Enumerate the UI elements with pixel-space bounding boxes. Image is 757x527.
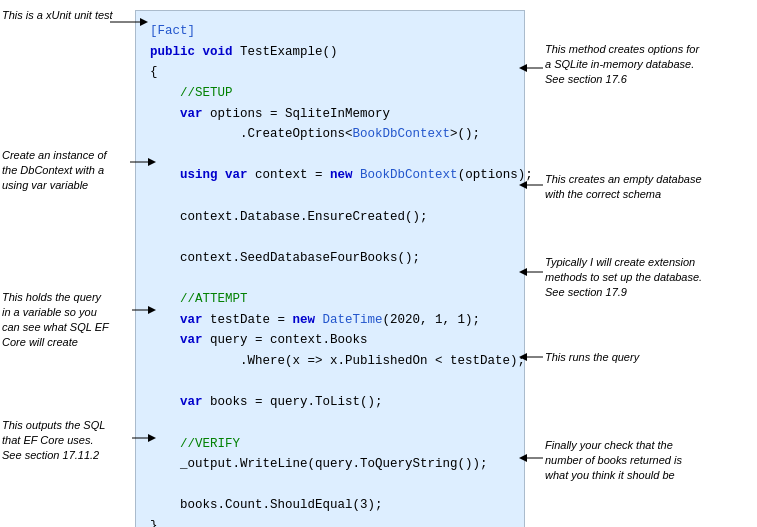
code-block: [Fact] public void TestExample() { //SET… [135, 10, 525, 527]
code-line-23 [150, 475, 510, 496]
annotation-dbcontext: Create an instance ofthe DbContext with … [2, 148, 130, 193]
code-line-10: context.Database.EnsureCreated(); [150, 207, 510, 228]
code-line-25: } [150, 516, 510, 527]
code-line-20 [150, 413, 510, 434]
code-line-19: var books = query.ToList(); [150, 392, 510, 413]
annotation-empty-db: This creates an empty databasewith the c… [545, 172, 750, 202]
code-line-6: .CreateOptions<BookDbContext>(); [150, 124, 510, 145]
code-line-14: //ATTEMPT [150, 289, 510, 310]
code-line-4: //SETUP [150, 83, 510, 104]
code-line-17: .Where(x => x.PublishedOn < testDate); [150, 351, 510, 372]
code-line-13 [150, 269, 510, 290]
code-line-22: _output.WriteLine(query.ToQueryString())… [150, 454, 510, 475]
code-line-12: context.SeedDatabaseFourBooks(); [150, 248, 510, 269]
page-container: [Fact] public void TestExample() { //SET… [0, 0, 757, 527]
code-line-9 [150, 186, 510, 207]
code-line-16: var query = context.Books [150, 330, 510, 351]
annotation-runs-query: This runs the query [545, 350, 705, 365]
code-line-21: //VERIFY [150, 434, 510, 455]
code-line-7 [150, 145, 510, 166]
annotation-check: Finally your check that thenumber of boo… [545, 438, 750, 483]
code-line-11 [150, 227, 510, 248]
code-line-5: var options = SqliteInMemory [150, 104, 510, 125]
annotation-query: This holds the queryin a variable so you… [2, 290, 132, 349]
code-line-3: { [150, 62, 510, 83]
annotation-extension: Typically I will create extensionmethods… [545, 255, 750, 300]
annotation-options: This method creates options fora SQLite … [545, 42, 750, 87]
annotation-xunit: This is a xUnit unit test [2, 8, 122, 23]
code-line-15: var testDate = new DateTime(2020, 1, 1); [150, 310, 510, 331]
annotation-sql: This outputs the SQLthat EF Core uses.Se… [2, 418, 132, 463]
code-line-18 [150, 372, 510, 393]
code-line-24: books.Count.ShouldEqual(3); [150, 495, 510, 516]
code-line-8: using var context = new BookDbContext(op… [150, 165, 510, 186]
code-line-1: [Fact] [150, 21, 510, 42]
code-line-2: public void TestExample() [150, 42, 510, 63]
